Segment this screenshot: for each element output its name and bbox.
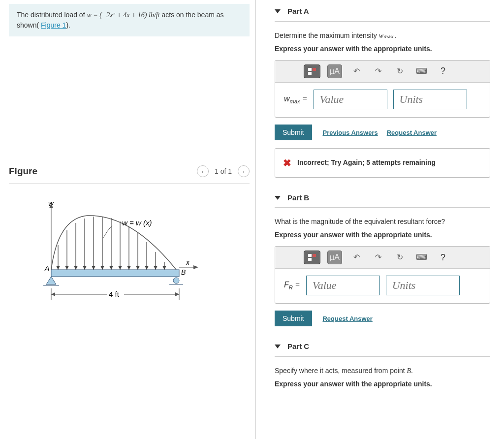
svg-marker-39 (175, 292, 179, 296)
template-icon[interactable] (304, 64, 320, 78)
part-a-title: Part A (287, 6, 309, 17)
redo-icon[interactable]: ↷ (371, 251, 385, 264)
part-c-question: Specify where it acts, measured from poi… (275, 367, 413, 375)
incorrect-icon: ✖ (283, 156, 291, 170)
part-a-var-label: wmax = (284, 93, 308, 106)
figure-pager: ‹ 1 of 1 › (197, 165, 250, 177)
redo-icon[interactable]: ↷ (371, 64, 385, 78)
part-b: Part B What is the magnitude of the equi… (275, 192, 490, 327)
part-c-hint: Express your answer with the appropriate… (275, 379, 490, 389)
part-a-feedback-text: Incorrect; Try Again; 5 attempts remaini… (297, 157, 436, 168)
svg-point-33 (173, 278, 179, 283)
svg-marker-17 (74, 266, 78, 270)
figure-link[interactable]: Figure 1 (41, 21, 66, 29)
svg-rect-28 (51, 270, 179, 277)
caret-down-icon (275, 345, 281, 348)
svg-marker-24 (136, 266, 140, 270)
reset-icon[interactable]: ↻ (392, 64, 407, 78)
svg-marker-20 (100, 266, 104, 270)
axis-x-label: x (186, 258, 190, 266)
units-icon[interactable]: µA (327, 64, 342, 78)
part-c-title: Part C (287, 341, 309, 352)
prev-figure-button[interactable]: ‹ (197, 165, 209, 177)
svg-marker-22 (118, 266, 122, 270)
point-a-label: A (44, 264, 49, 272)
svg-marker-23 (127, 266, 131, 270)
svg-marker-38 (51, 292, 55, 296)
svg-rect-44 (308, 254, 312, 257)
template-icon[interactable] (304, 251, 320, 264)
part-a-value-input[interactable] (314, 90, 387, 109)
units-icon[interactable]: µA (327, 251, 342, 264)
part-a: Part A Determine the maximum intensity w… (275, 6, 490, 178)
figure-diagram: w w = w (x) (29, 196, 250, 307)
svg-marker-25 (145, 266, 149, 270)
part-b-hint: Express your answer with the appropriate… (275, 230, 490, 240)
part-a-units-input[interactable] (393, 90, 467, 109)
svg-marker-19 (92, 266, 95, 270)
svg-marker-26 (154, 266, 158, 270)
svg-marker-31 (46, 277, 56, 284)
dimension-label: 4 ft (109, 290, 120, 298)
svg-marker-27 (162, 266, 166, 270)
svg-rect-43 (308, 72, 312, 75)
part-a-toolbar: µA ↶ ↷ ↻ ⌨ ? (275, 61, 490, 83)
part-a-toggle[interactable]: Part A (275, 6, 490, 22)
svg-rect-42 (313, 68, 316, 71)
part-b-answerbox: µA ↶ ↷ ↻ ⌨ ? FR = (275, 246, 490, 304)
caret-down-icon (275, 196, 281, 200)
problem-expression: w = (−2x² + 4x + 16) lb/ft (87, 11, 159, 19)
part-b-value-input[interactable] (306, 276, 380, 295)
point-b-label: B (181, 268, 186, 276)
part-a-question: Determine the maximum intensity (275, 31, 379, 39)
svg-rect-46 (308, 258, 312, 261)
part-b-submit-button[interactable]: Submit (275, 311, 312, 326)
part-b-title: Part B (287, 192, 309, 204)
reset-icon[interactable]: ↻ (392, 251, 407, 264)
curve-label: w = w (x) (122, 219, 152, 227)
keyboard-icon[interactable]: ⌨ (414, 64, 429, 78)
part-b-toggle[interactable]: Part B (275, 192, 490, 208)
part-b-toolbar: µA ↶ ↷ ↻ ⌨ ? (275, 247, 490, 269)
svg-rect-45 (313, 254, 316, 257)
part-a-submit-button[interactable]: Submit (275, 125, 312, 140)
figure-page-indicator: 1 of 1 (215, 166, 232, 177)
undo-icon[interactable]: ↶ (349, 251, 364, 264)
figure-header: Figure ‹ 1 of 1 › (9, 164, 250, 184)
part-b-request-answer-link[interactable]: Request Answer (322, 314, 372, 324)
part-c-toggle[interactable]: Part C (275, 341, 490, 357)
part-a-request-answer-link[interactable]: Request Answer (387, 128, 437, 138)
part-b-units-input[interactable] (386, 276, 460, 295)
part-b-question: What is the magnitude of the equivalent … (275, 217, 490, 227)
caret-down-icon (275, 9, 281, 13)
part-a-previous-answers-link[interactable]: Previous Answers (322, 128, 378, 138)
next-figure-button[interactable]: › (238, 165, 250, 177)
undo-icon[interactable]: ↶ (349, 64, 364, 78)
part-b-var-label: FR = (284, 279, 300, 292)
part-a-feedback: ✖ Incorrect; Try Again; 5 attempts remai… (275, 148, 490, 178)
svg-marker-30 (193, 265, 198, 269)
svg-rect-41 (308, 68, 312, 71)
svg-marker-21 (109, 266, 113, 270)
figure-title: Figure (9, 164, 37, 179)
help-icon[interactable]: ? (436, 251, 450, 264)
help-icon[interactable]: ? (436, 64, 450, 78)
svg-marker-16 (65, 266, 69, 270)
part-a-answerbox: µA ↶ ↷ ↻ ⌨ ? wmax = (275, 60, 490, 118)
svg-marker-18 (83, 266, 87, 270)
problem-statement: The distributed load of w = (−2x² + 4x +… (9, 4, 250, 36)
part-a-hint: Express your answer with the appropriate… (275, 44, 490, 54)
problem-text: The distributed load of (17, 11, 87, 19)
svg-marker-15 (56, 266, 60, 270)
part-c: Part C Specify where it acts, measured f… (275, 341, 490, 389)
keyboard-icon[interactable]: ⌨ (414, 251, 429, 264)
